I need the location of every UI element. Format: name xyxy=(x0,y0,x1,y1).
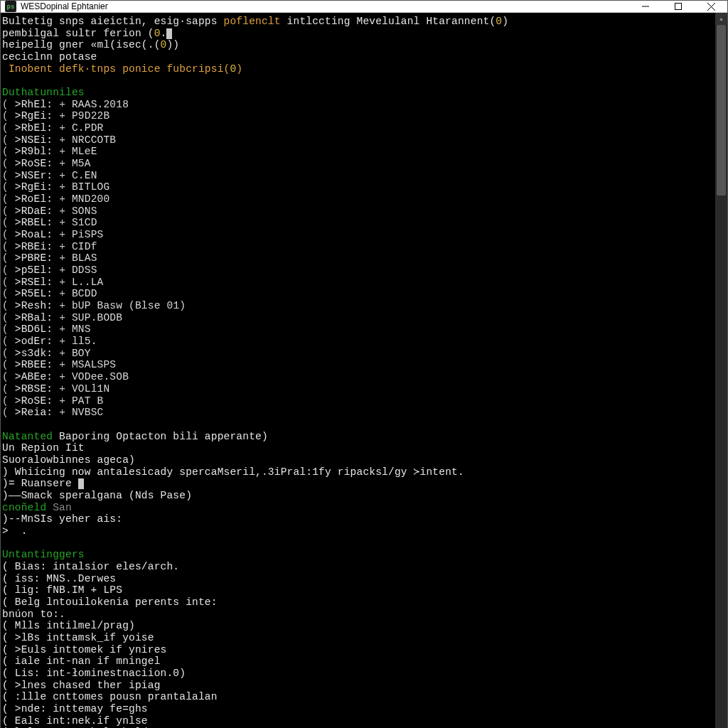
vertical-scrollbar[interactable]: ▲ ▼ xyxy=(715,13,727,728)
list-item: ( >p5El: + DDSS xyxy=(2,264,711,277)
list-item: ( >RDaE: + SONS xyxy=(2,205,711,218)
list-item: ( >Euls inttomek if ynires xyxy=(2,644,711,656)
maximize-icon xyxy=(675,3,682,10)
scroll-thumb[interactable] xyxy=(717,25,726,196)
list-item: ( lig: fNB.IM + LPS xyxy=(2,584,711,596)
section-heading: Duthatunniles xyxy=(2,87,711,99)
list-item: ( Mlls intilmel/prag) xyxy=(2,620,711,632)
close-icon xyxy=(707,3,715,11)
terminal-output[interactable]: Bultetig snps aieictin, esig·sapps pofle… xyxy=(1,13,715,728)
cursor-icon xyxy=(78,478,84,489)
app-window: ps WESDopinal Ephtanier Bultetig snps ai… xyxy=(0,0,728,728)
list-item: ( >ABEe: + VODee.SOB xyxy=(2,371,711,383)
window-title: WESDopinal Ephtanier xyxy=(21,1,629,11)
minimize-icon xyxy=(642,3,649,10)
list-item: ( >odEr: + ll5. xyxy=(2,336,711,348)
list-item: ( >NSEi: + NRCCOTB xyxy=(2,134,711,146)
maximize-button[interactable] xyxy=(662,1,695,12)
terminal-area: Bultetig snps aieictin, esig·sapps pofle… xyxy=(1,13,727,728)
list-item: ( >NSEr: + C.EN xyxy=(2,170,711,182)
list-item: ( >RgEi: + BITLOG xyxy=(2,181,711,193)
list-item: ( >R5EL: + BCDD xyxy=(2,288,711,300)
list-item: ( >RBEi: + CIDf xyxy=(2,241,711,253)
list-item: ( >RoSE: + M5A xyxy=(2,158,711,170)
list-item: ( :llle cnttomes pousn prantalalan xyxy=(2,691,711,703)
list-item: ( Belg lntouilokenia perents inte: xyxy=(2,596,711,609)
list-item: ( >lBs inttamsk_if yoise xyxy=(2,632,711,644)
svg-rect-1 xyxy=(675,4,682,10)
list-item: ( >RBEL: + S1CD xyxy=(2,217,711,229)
scroll-up-button[interactable]: ▲ xyxy=(715,13,727,25)
close-button[interactable] xyxy=(695,1,727,12)
list-item: ( >RoSE: + PAT B xyxy=(2,395,711,407)
list-item: ( >RgEi: + P9D22B xyxy=(2,110,711,122)
list-item: ( Lis: int-łominestnaciion.0) xyxy=(2,668,711,680)
section-heading: Untantinggers xyxy=(2,549,711,561)
list-item: ( >RBal: + SUP.BODB xyxy=(2,312,711,324)
list-item: ( >R9bl: + MLeE xyxy=(2,146,711,158)
list-item: ( íss: MNS..Derwes xyxy=(2,573,711,585)
list-item: ( >RoEl: + MND200 xyxy=(2,193,711,205)
list-item: ( >RoaL: + PiSPS xyxy=(2,229,711,241)
list-item: ( >Reia: + NVBSC xyxy=(2,407,711,419)
list-item: ( >BD6L: + MNS xyxy=(2,323,711,336)
list-item: ( >nde: inttemay fe=ghs xyxy=(2,703,711,715)
window-buttons xyxy=(629,1,727,12)
list-item: bnúon to:. xyxy=(2,609,711,621)
list-item: ( >RSEl: + L..LA xyxy=(2,277,711,289)
list-item: ( Eals int:nek.if ynlse xyxy=(2,715,711,727)
list-item: ( iale int-nan if mningel xyxy=(2,655,711,668)
list-item: ( >RbEl: + C.PDR xyxy=(2,122,711,134)
list-item: ( >Resh: + bUP Basw (Blse 01) xyxy=(2,300,711,312)
list-item: ( >RBSE: + VOLl1N xyxy=(2,383,711,395)
cursor-icon xyxy=(166,28,172,39)
app-icon: ps xyxy=(5,1,16,12)
list-item: ( >lnes chased ther ipiag xyxy=(2,680,711,692)
list-item: ( >RBEE: + MSALSPS xyxy=(2,359,711,371)
minimize-button[interactable] xyxy=(629,1,662,12)
list-item: ( >s3dk: + BOY xyxy=(2,348,711,360)
list-item: ( >RhEl: + RAAS.2018 xyxy=(2,99,711,111)
list-item: ( Bias: intalsior eles/arch. xyxy=(2,561,711,573)
list-item: ( >PBRE: + BLAS xyxy=(2,252,711,264)
titlebar: ps WESDopinal Ephtanier xyxy=(1,1,727,13)
